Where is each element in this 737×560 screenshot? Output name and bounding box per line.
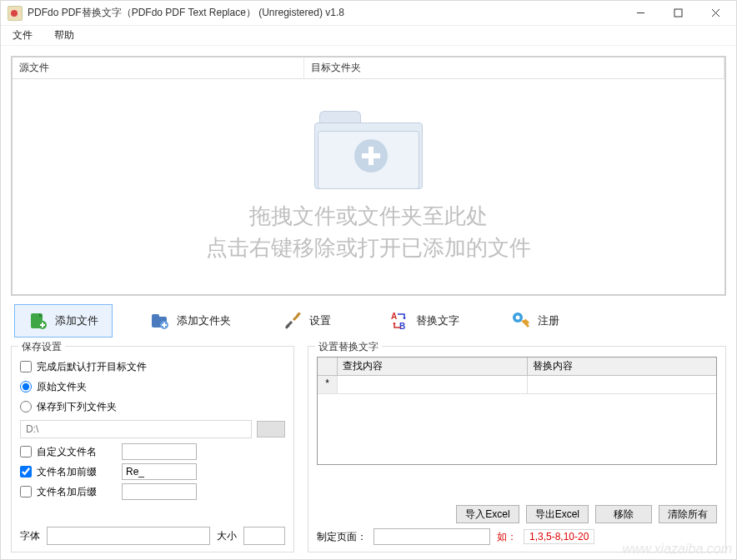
open-after-row[interactable]: 完成后默认打开目标文件 <box>20 357 285 377</box>
titlebar: PDFdo PDF替换文字（PDFdo PDF Text Replace） (U… <box>1 1 736 26</box>
table-row[interactable]: * <box>318 376 716 394</box>
replace-settings-group: 设置替换文字 查找内容 替换内容 * <box>308 346 726 552</box>
suffix-label: 文件名加后缀 <box>37 485 97 499</box>
toolbar: 添加文件 添加文件夹 设置 AB 替换文字 <box>11 304 726 338</box>
page-hint-value: 1,3,5-8,10-20 <box>524 529 594 544</box>
file-list-header: 源文件 目标文件夹 <box>13 58 724 79</box>
replace-table[interactable]: 查找内容 替换内容 * <box>317 357 717 465</box>
open-after-label: 完成后默认打开目标文件 <box>37 360 147 374</box>
orig-folder-radio[interactable] <box>20 381 32 392</box>
save-settings-group: 保存设置 完成后默认打开目标文件 原始文件夹 保存到下列文件夹 ... <box>11 346 294 552</box>
add-folder-icon <box>314 108 423 191</box>
page-hint-label: 如： <box>497 530 517 544</box>
col-dest: 目标文件夹 <box>304 58 724 78</box>
svg-text:A: A <box>391 312 397 321</box>
find-cell[interactable] <box>338 376 528 394</box>
prefix-input[interactable] <box>122 463 197 480</box>
settings-icon <box>283 311 303 331</box>
replace-group-title: 设置替换文字 <box>315 340 382 354</box>
menubar: 文件 帮助 <box>1 26 736 46</box>
to-folder-radio[interactable] <box>20 401 32 412</box>
replace-cell[interactable] <box>528 376 717 394</box>
custom-name-checkbox[interactable] <box>20 446 32 458</box>
prefix-row[interactable]: 文件名加前缀 <box>20 462 285 482</box>
remove-button[interactable]: 移除 <box>595 505 652 523</box>
suffix-input[interactable] <box>122 483 197 500</box>
file-add-icon <box>28 311 48 331</box>
file-list-panel[interactable]: 源文件 目标文件夹 拖拽文件或文件夹至此处 点击右键移除或打开已添加的文件 <box>11 56 726 296</box>
prefix-checkbox[interactable] <box>20 466 32 478</box>
custom-name-label: 自定义文件名 <box>37 445 97 459</box>
orig-folder-row[interactable]: 原始文件夹 <box>20 377 285 397</box>
page-input[interactable] <box>374 528 490 545</box>
add-file-label: 添加文件 <box>55 313 98 328</box>
orig-folder-label: 原始文件夹 <box>37 380 87 394</box>
custom-name-input[interactable] <box>122 443 197 460</box>
save-group-title: 保存设置 <box>18 340 65 354</box>
replace-text-label: 替换文字 <box>416 313 459 328</box>
export-excel-button[interactable]: 导出Excel <box>526 505 589 523</box>
suffix-row[interactable]: 文件名加后缀 <box>20 482 285 502</box>
col-find: 查找内容 <box>338 358 528 376</box>
clear-all-button[interactable]: 清除所有 <box>659 505 717 523</box>
menu-help[interactable]: 帮助 <box>51 27 78 44</box>
size-input[interactable] <box>243 527 285 545</box>
add-folder-button[interactable]: 添加文件夹 <box>136 304 245 338</box>
folder-add-icon <box>150 311 170 331</box>
settings-label: 设置 <box>309 313 331 328</box>
replace-text-icon: AB <box>389 311 409 331</box>
page-label: 制定页面： <box>317 530 367 544</box>
close-button[interactable] <box>697 2 734 25</box>
to-folder-label: 保存到下列文件夹 <box>37 400 117 414</box>
font-input[interactable] <box>47 527 210 545</box>
col-source: 源文件 <box>13 58 304 78</box>
replace-text-button[interactable]: AB 替换文字 <box>375 304 474 338</box>
replace-table-header: 查找内容 替换内容 <box>318 358 716 376</box>
minimize-button[interactable] <box>622 2 659 25</box>
settings-button[interactable]: 设置 <box>268 304 352 338</box>
register-label: 注册 <box>538 313 559 328</box>
new-row-marker: * <box>318 376 338 394</box>
svg-point-18 <box>516 316 520 320</box>
to-folder-row[interactable]: 保存到下列文件夹 <box>20 397 285 417</box>
open-after-checkbox[interactable] <box>20 361 32 372</box>
register-button[interactable]: 注册 <box>497 304 580 338</box>
menu-file[interactable]: 文件 <box>9 27 36 44</box>
suffix-checkbox[interactable] <box>20 486 32 498</box>
drop-hint-2: 点击右键移除或打开已添加的文件 <box>206 231 531 266</box>
col-replace: 替换内容 <box>528 358 717 376</box>
window-title: PDFdo PDF替换文字（PDFdo PDF Text Replace） (U… <box>28 6 622 20</box>
svg-text:B: B <box>399 322 405 331</box>
register-icon <box>511 311 531 331</box>
app-icon <box>8 6 23 21</box>
svg-rect-1 <box>674 9 682 17</box>
svg-rect-9 <box>152 314 159 318</box>
prefix-label: 文件名加前缀 <box>37 465 97 479</box>
dest-dir-input[interactable] <box>20 420 252 438</box>
size-label: 大小 <box>217 529 237 543</box>
add-file-button[interactable]: 添加文件 <box>14 304 113 338</box>
custom-name-row[interactable]: 自定义文件名 <box>20 442 285 462</box>
import-excel-button[interactable]: 导入Excel <box>456 505 519 523</box>
maximize-button[interactable] <box>659 2 697 25</box>
drop-hint-1: 拖拽文件或文件夹至此处 <box>249 201 488 231</box>
add-folder-label: 添加文件夹 <box>177 313 231 328</box>
font-label: 字体 <box>20 529 40 543</box>
browse-dir-button[interactable]: ... <box>257 421 285 438</box>
drop-zone[interactable]: 拖拽文件或文件夹至此处 点击右键移除或打开已添加的文件 <box>13 79 724 294</box>
